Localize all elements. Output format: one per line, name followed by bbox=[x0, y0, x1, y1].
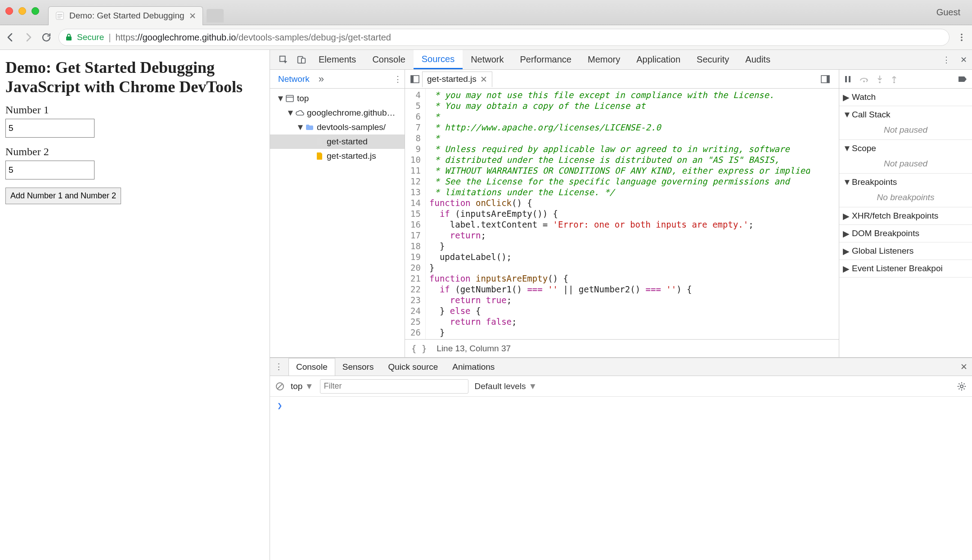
deactivate-breakpoints-icon[interactable] bbox=[958, 76, 968, 83]
debug-section-scope[interactable]: ▼ScopeNot paused bbox=[839, 140, 972, 174]
svg-point-3 bbox=[961, 36, 963, 38]
editor-status-bar: { } Line 13, Column 37 bbox=[405, 339, 839, 357]
cursor-position: Line 13, Column 37 bbox=[436, 344, 511, 354]
device-toggle-icon[interactable] bbox=[292, 50, 310, 69]
address-bar: Secure | https://googlechrome.github.io/… bbox=[0, 25, 972, 50]
devtools-menu-icon[interactable]: ⋮ bbox=[938, 50, 955, 69]
browser-menu-icon[interactable] bbox=[956, 31, 968, 43]
frame-icon bbox=[285, 94, 294, 103]
debug-section-global-listeners[interactable]: ▶Global Listeners bbox=[839, 242, 972, 260]
devtools-tab-elements[interactable]: Elements bbox=[310, 50, 364, 69]
drawer-tab-sensors[interactable]: Sensors bbox=[335, 358, 381, 376]
secure-label: Secure bbox=[77, 32, 104, 42]
tree-file-js[interactable]: get-started.js bbox=[270, 149, 405, 163]
console-settings-icon[interactable] bbox=[957, 381, 967, 391]
devtools-close-icon[interactable]: ✕ bbox=[955, 50, 972, 69]
console-filter-input[interactable] bbox=[320, 379, 468, 394]
drawer-close-icon[interactable]: ✕ bbox=[960, 362, 968, 372]
minimize-window-icon[interactable] bbox=[18, 7, 26, 15]
log-level-selector[interactable]: Default levels▼ bbox=[475, 381, 537, 391]
file-tab[interactable]: get-started.js ✕ bbox=[422, 72, 492, 87]
devtools-tab-sources[interactable]: Sources bbox=[414, 50, 463, 69]
drawer-tab-console[interactable]: Console bbox=[288, 358, 335, 376]
context-selector[interactable]: top ▼ bbox=[291, 381, 314, 391]
sources-panel: Network » ⋮ ▼ top ▼ googlechrome.github… bbox=[270, 70, 972, 358]
debug-section-breakpoints[interactable]: ▼BreakpointsNo breakpoints bbox=[839, 174, 972, 207]
drawer-tab-quick-source[interactable]: Quick source bbox=[381, 358, 445, 376]
drawer-menu-icon[interactable]: ⋮ bbox=[274, 362, 283, 372]
browser-tab[interactable]: Demo: Get Started Debugging ✕ bbox=[48, 6, 203, 25]
close-window-icon[interactable] bbox=[5, 7, 13, 15]
debug-section-call-stack[interactable]: ▼Call StackNot paused bbox=[839, 106, 972, 140]
svg-rect-11 bbox=[411, 76, 414, 83]
traffic-lights bbox=[5, 7, 39, 15]
devtools-tab-performance[interactable]: Performance bbox=[512, 50, 580, 69]
file-tab-close-icon[interactable]: ✕ bbox=[480, 74, 487, 85]
code-editor[interactable]: 4567891011121314151617181920212223242526… bbox=[405, 89, 839, 339]
svg-point-17 bbox=[879, 81, 881, 83]
folder-icon bbox=[305, 123, 314, 132]
forward-button[interactable] bbox=[22, 31, 34, 43]
inspect-element-icon[interactable] bbox=[274, 50, 292, 69]
devtools-tab-audits[interactable]: Audits bbox=[737, 50, 778, 69]
svg-rect-13 bbox=[827, 76, 829, 83]
reload-button[interactable] bbox=[40, 31, 52, 43]
devtools-tab-console[interactable]: Console bbox=[364, 50, 413, 69]
svg-rect-15 bbox=[849, 76, 850, 82]
toggle-navigator-icon[interactable] bbox=[408, 75, 422, 83]
profile-guest-label[interactable]: Guest bbox=[936, 7, 960, 18]
navigator-pane: Network » ⋮ ▼ top ▼ googlechrome.github… bbox=[270, 70, 405, 357]
svg-rect-8 bbox=[286, 95, 293, 102]
devtools-tab-network[interactable]: Network bbox=[463, 50, 512, 69]
devtools: ElementsConsoleSourcesNetworkPerformance… bbox=[270, 50, 972, 560]
step-over-icon[interactable] bbox=[859, 75, 869, 83]
num2-input[interactable] bbox=[5, 161, 94, 179]
svg-rect-0 bbox=[56, 12, 64, 20]
devtools-tabs: ElementsConsoleSourcesNetworkPerformance… bbox=[270, 50, 972, 70]
debug-section-xhr-fetch-breakpoints[interactable]: ▶XHR/fetch Breakpoints bbox=[839, 207, 972, 225]
svg-line-20 bbox=[277, 384, 283, 389]
add-button[interactable]: Add Number 1 and Number 2 bbox=[5, 188, 121, 204]
svg-rect-7 bbox=[302, 58, 305, 63]
omnibox[interactable]: Secure | https://googlechrome.github.io/… bbox=[58, 29, 950, 46]
pretty-print-icon[interactable]: { } bbox=[411, 344, 427, 354]
new-tab-button[interactable] bbox=[207, 9, 224, 22]
cloud-icon bbox=[295, 108, 304, 117]
url: https://googlechrome.github.io/devtools-… bbox=[115, 32, 391, 43]
svg-rect-14 bbox=[845, 76, 847, 82]
num1-input[interactable] bbox=[5, 119, 94, 138]
zoom-window-icon[interactable] bbox=[32, 7, 39, 15]
devtools-tab-application[interactable]: Application bbox=[628, 50, 688, 69]
pause-icon[interactable] bbox=[844, 75, 852, 83]
back-button[interactable] bbox=[4, 31, 16, 43]
tree-top[interactable]: ▼ top bbox=[270, 91, 405, 106]
step-out-icon[interactable] bbox=[891, 75, 898, 84]
editor-pane: get-started.js ✕ 45678910111213141516171… bbox=[405, 70, 839, 357]
svg-point-2 bbox=[961, 34, 963, 36]
num2-label: Number 2 bbox=[5, 146, 264, 158]
svg-point-16 bbox=[863, 81, 865, 82]
drawer-tab-animations[interactable]: Animations bbox=[445, 358, 502, 376]
devtools-tab-memory[interactable]: Memory bbox=[580, 50, 628, 69]
toggle-debugger-icon[interactable] bbox=[821, 75, 836, 83]
navigator-more-icon[interactable]: » bbox=[319, 73, 324, 85]
lock-icon bbox=[65, 33, 72, 41]
svg-rect-1 bbox=[66, 36, 72, 40]
favicon-icon bbox=[55, 11, 65, 21]
devtools-tab-security[interactable]: Security bbox=[688, 50, 737, 69]
debug-section-watch[interactable]: ▶Watch bbox=[839, 89, 972, 106]
file-js-icon bbox=[315, 152, 324, 161]
clear-console-icon[interactable] bbox=[275, 382, 284, 391]
file-tree: ▼ top ▼ googlechrome.github… ▼ devtools-… bbox=[270, 89, 405, 166]
tree-file-html[interactable]: get-started bbox=[270, 134, 405, 149]
console-output[interactable]: ❯ bbox=[270, 397, 972, 560]
debug-section-event-listener-breakpoi[interactable]: ▶Event Listener Breakpoi bbox=[839, 260, 972, 278]
tree-folder[interactable]: ▼ devtools-samples/ bbox=[270, 120, 405, 134]
step-into-icon[interactable] bbox=[876, 75, 883, 84]
debug-section-dom-breakpoints[interactable]: ▶DOM Breakpoints bbox=[839, 225, 972, 242]
navigator-menu-icon[interactable]: ⋮ bbox=[394, 74, 402, 84]
tree-domain[interactable]: ▼ googlechrome.github… bbox=[270, 106, 405, 120]
tab-close-icon[interactable]: ✕ bbox=[189, 11, 196, 21]
svg-point-18 bbox=[893, 81, 895, 83]
navigator-tab-network[interactable]: Network bbox=[273, 72, 315, 86]
